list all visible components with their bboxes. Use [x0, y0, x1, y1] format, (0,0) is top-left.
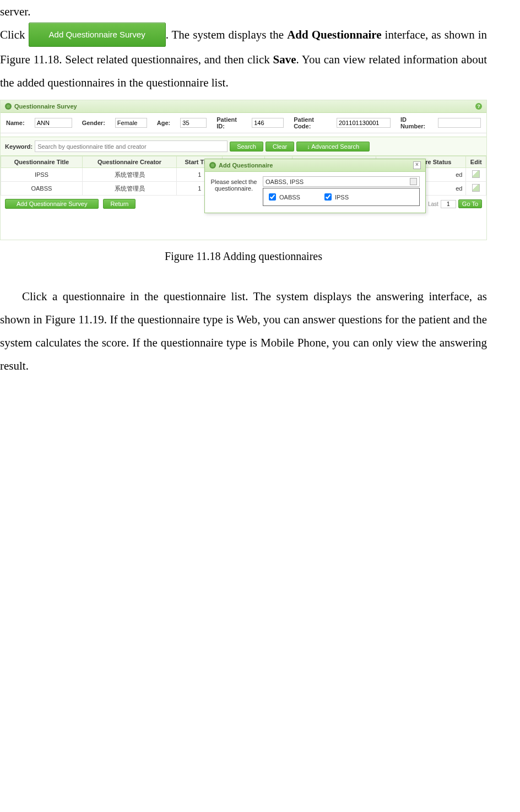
edit-icon[interactable] — [472, 170, 480, 178]
cell-title: IPSS — [1, 168, 83, 182]
age-field[interactable] — [180, 118, 207, 128]
edit-icon[interactable] — [472, 184, 480, 192]
patientid-label: Patient ID: — [216, 116, 242, 129]
add-questionnaire-dialog: Add Questionnaire × Please select the qu… — [204, 159, 426, 213]
paragraph-click: Click Add Questionnaire Survey. The syst… — [0, 23, 487, 94]
pager-page-input[interactable] — [441, 200, 456, 208]
th-creator: Questionnaire Creator — [82, 156, 176, 168]
cell-title: OABSS — [1, 182, 83, 196]
patientcode-label: Patient Code: — [294, 116, 327, 129]
panel-title: Questionnaire Survey — [14, 103, 77, 110]
gender-field[interactable] — [115, 118, 147, 128]
cell-creator: 系统管理员 — [82, 168, 176, 182]
option-label: IPSS — [335, 194, 349, 201]
patientid-field[interactable] — [252, 118, 284, 128]
click-word: Click — [0, 28, 29, 41]
keyword-input[interactable] — [35, 140, 228, 152]
th-title: Questionnaire Title — [1, 156, 83, 168]
gear-icon — [5, 103, 12, 110]
name-field[interactable] — [35, 118, 72, 128]
help-icon[interactable]: ? — [475, 103, 482, 110]
name-label: Name: — [6, 120, 25, 126]
para1-bold: Add Questionnaire — [287, 28, 381, 41]
add-questionnaire-button[interactable]: Add Questionnaire Survey — [5, 199, 99, 209]
idnumber-label: ID Number: — [400, 116, 428, 129]
screenshot-figure-11-18: Questionnaire Survey ? Name: Gender: Age… — [0, 100, 487, 240]
selected-text: OABSS, IPSS — [266, 178, 304, 185]
add-questionnaire-survey-button[interactable]: Add Questionnaire Survey — [29, 23, 166, 47]
gear-icon — [209, 162, 216, 169]
th-edit: Edit — [466, 156, 486, 168]
paragraph-answering: Click a questionnaire in the questionnai… — [0, 285, 487, 377]
clear-selection-icon[interactable] — [410, 178, 417, 185]
pager-last[interactable]: Last — [428, 201, 438, 207]
option-label: OABSS — [279, 194, 300, 201]
idnumber-field[interactable] — [438, 118, 481, 128]
figure-caption: Figure 11.18 Adding questionnaires — [0, 250, 487, 263]
option-oabss[interactable]: OABSS — [267, 192, 300, 202]
options-panel: OABSS IPSS — [263, 188, 420, 206]
age-label: Age: — [157, 120, 170, 126]
ipss-checkbox[interactable] — [324, 193, 332, 201]
oabss-checkbox[interactable] — [269, 193, 276, 201]
selected-questionnaires-field[interactable]: OABSS, IPSS — [263, 176, 420, 187]
return-button[interactable]: Return — [103, 199, 136, 209]
dialog-title: Add Questionnaire — [219, 162, 273, 169]
advanced-search-button[interactable]: ↓ Advanced Search — [296, 142, 370, 151]
para1-bold2: Save — [273, 53, 296, 66]
clear-button[interactable]: Clear — [266, 142, 294, 151]
para1-after: . The system displays the — [166, 28, 288, 41]
panel-header: Questionnaire Survey ? — [1, 100, 486, 113]
goto-button[interactable]: Go To — [458, 199, 482, 208]
keyword-label: Keyword: — [5, 143, 32, 150]
cell-creator: 系统管理员 — [82, 182, 176, 196]
dialog-header: Add Questionnaire × — [205, 159, 425, 172]
dialog-prompt: Please select the questionnaire. — [210, 176, 257, 192]
option-ipss[interactable]: IPSS — [322, 192, 349, 202]
search-button[interactable]: Search — [230, 142, 263, 151]
patient-info-bar: Name: Gender: Age: Patient ID: Patient C… — [1, 113, 486, 133]
close-icon[interactable]: × — [413, 161, 421, 169]
search-bar: Keyword: Search Clear ↓ Advanced Search — [1, 137, 486, 156]
patientcode-field[interactable] — [337, 118, 391, 128]
paragraph-server: server. — [0, 0, 487, 23]
gender-label: Gender: — [82, 120, 105, 126]
